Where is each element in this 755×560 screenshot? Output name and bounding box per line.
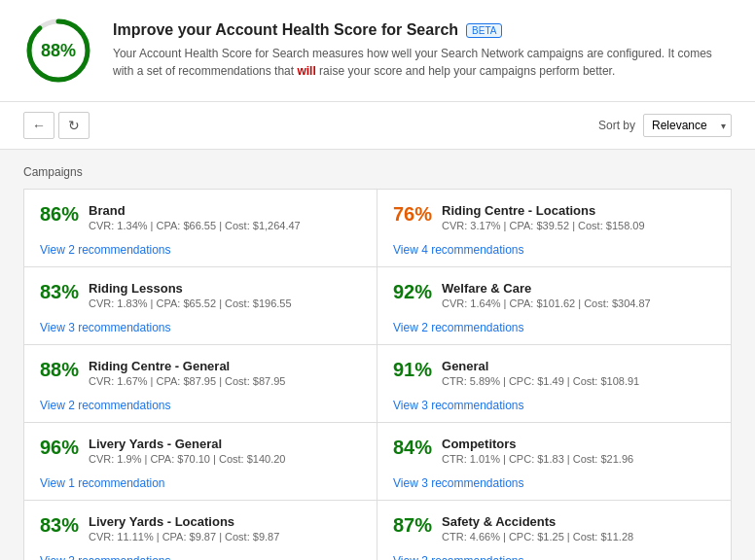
campaign-header: 83% Livery Yards - Locations CVR: 11.11%… [40, 514, 361, 542]
sort-select[interactable]: Relevance Name Score [643, 114, 732, 137]
campaign-card: 91% General CTR: 5.89% | CPC: $1.49 | Co… [378, 345, 731, 423]
campaign-stats: CVR: 3.17% | CPA: $39.52 | Cost: $158.09 [442, 220, 715, 231]
campaign-info: Riding Centre - Locations CVR: 3.17% | C… [442, 203, 715, 231]
campaign-stats: CVR: 1.64% | CPA: $101.62 | Cost: $304.8… [442, 298, 715, 309]
campaigns-grid: 86% Brand CVR: 1.34% | CPA: $66.55 | Cos… [23, 189, 732, 560]
view-recommendations-link[interactable]: View 3 recommendations [40, 554, 171, 560]
campaign-info: Brand CVR: 1.34% | CPA: $66.55 | Cost: $… [89, 203, 361, 231]
campaign-name: Safety & Accidents [442, 514, 715, 529]
refresh-button[interactable]: ↻ [58, 112, 90, 139]
toolbar: ← ↻ Sort by Relevance Name Score [0, 102, 755, 150]
campaign-score: 83% [40, 514, 79, 537]
campaign-name: Welfare & Care [442, 281, 715, 296]
view-recommendations-link[interactable]: View 3 recommendations [393, 476, 524, 490]
campaign-info: Livery Yards - General CVR: 1.9% | CPA: … [89, 437, 361, 465]
campaign-header: 87% Safety & Accidents CTR: 4.66% | CPC:… [393, 514, 715, 542]
campaign-info: Riding Lessons CVR: 1.83% | CPA: $65.52 … [89, 281, 361, 309]
campaign-score: 91% [393, 359, 432, 381]
campaign-name: General [442, 359, 715, 373]
campaign-info: Welfare & Care CVR: 1.64% | CPA: $101.62… [442, 281, 715, 309]
campaign-info: Competitors CTR: 1.01% | CPC: $1.83 | Co… [442, 437, 715, 465]
campaign-name: Riding Lessons [89, 281, 361, 296]
campaign-header: 91% General CTR: 5.89% | CPC: $1.49 | Co… [393, 359, 715, 387]
campaign-stats: CVR: 1.83% | CPA: $65.52 | Cost: $196.55 [89, 298, 361, 309]
campaign-card: 86% Brand CVR: 1.34% | CPA: $66.55 | Cos… [24, 190, 378, 267]
campaign-card: 83% Livery Yards - Locations CVR: 11.11%… [24, 501, 378, 560]
view-recommendations-link[interactable]: View 4 recommendations [393, 243, 524, 257]
view-recommendations-link[interactable]: View 3 recommendations [393, 554, 524, 560]
view-recommendations-link[interactable]: View 2 recommendations [40, 399, 171, 412]
campaign-score: 88% [40, 359, 79, 381]
campaign-score: 84% [393, 437, 432, 459]
campaign-stats: CVR: 11.11% | CPA: $9.87 | Cost: $9.87 [89, 531, 361, 542]
campaign-stats: CVR: 1.67% | CPA: $87.95 | Cost: $87.95 [89, 375, 361, 387]
campaign-card: 76% Riding Centre - Locations CVR: 3.17%… [378, 190, 731, 267]
campaign-score: 83% [40, 281, 79, 303]
campaign-stats: CVR: 1.9% | CPA: $70.10 | Cost: $140.20 [89, 453, 361, 465]
sort-label: Sort by [598, 119, 635, 132]
header-content: Improve your Account Health Score for Se… [113, 21, 732, 80]
campaign-card: 87% Safety & Accidents CTR: 4.66% | CPC:… [378, 501, 731, 560]
campaign-score: 86% [40, 203, 79, 226]
beta-badge: BETA [466, 23, 502, 38]
campaign-stats: CVR: 1.34% | CPA: $66.55 | Cost: $1,264.… [89, 220, 361, 231]
campaign-stats: CTR: 4.66% | CPC: $1.25 | Cost: $11.28 [442, 531, 715, 542]
toolbar-left: ← ↻ [23, 112, 90, 139]
page-title: Improve your Account Health Score for Se… [113, 21, 732, 39]
campaign-name: Competitors [442, 437, 715, 451]
campaign-name: Riding Centre - General [89, 359, 361, 373]
main-content: Campaigns 86% Brand CVR: 1.34% | CPA: $6… [0, 150, 755, 560]
view-recommendations-link[interactable]: View 1 recommendation [40, 476, 165, 490]
campaign-header: 84% Competitors CTR: 1.01% | CPC: $1.83 … [393, 437, 715, 465]
header-bar: 88% Improve your Account Health Score fo… [0, 0, 755, 102]
account-score: 88% [41, 41, 76, 61]
campaign-stats: CTR: 1.01% | CPC: $1.83 | Cost: $21.96 [442, 453, 715, 465]
campaign-score: 92% [393, 281, 432, 303]
campaign-header: 83% Riding Lessons CVR: 1.83% | CPA: $65… [40, 281, 361, 309]
campaign-info: General CTR: 5.89% | CPC: $1.49 | Cost: … [442, 359, 715, 387]
campaign-header: 86% Brand CVR: 1.34% | CPA: $66.55 | Cos… [40, 203, 361, 231]
campaign-name: Livery Yards - General [89, 437, 361, 451]
campaign-card: 83% Riding Lessons CVR: 1.83% | CPA: $65… [24, 267, 378, 345]
campaign-name: Riding Centre - Locations [442, 203, 715, 218]
back-button[interactable]: ← [23, 112, 54, 139]
section-label: Campaigns [23, 165, 732, 179]
campaign-header: 96% Livery Yards - General CVR: 1.9% | C… [40, 437, 361, 465]
campaign-card: 88% Riding Centre - General CVR: 1.67% |… [24, 345, 378, 423]
campaign-header: 76% Riding Centre - Locations CVR: 3.17%… [393, 203, 715, 231]
campaign-score: 76% [393, 203, 432, 226]
campaign-card: 92% Welfare & Care CVR: 1.64% | CPA: $10… [378, 267, 731, 345]
campaign-stats: CTR: 5.89% | CPC: $1.49 | Cost: $108.91 [442, 375, 715, 387]
sort-by-container: Sort by Relevance Name Score [598, 114, 732, 137]
campaign-name: Livery Yards - Locations [89, 514, 361, 529]
view-recommendations-link[interactable]: View 3 recommendations [40, 321, 171, 334]
view-recommendations-link[interactable]: View 2 recommendations [393, 321, 524, 334]
campaign-header: 88% Riding Centre - General CVR: 1.67% |… [40, 359, 361, 387]
campaign-info: Livery Yards - Locations CVR: 11.11% | C… [89, 514, 361, 542]
sort-select-wrapper: Relevance Name Score [643, 114, 732, 137]
campaign-card: 96% Livery Yards - General CVR: 1.9% | C… [24, 423, 378, 501]
campaign-name: Brand [89, 203, 361, 218]
score-circle: 88% [23, 16, 93, 86]
campaign-info: Riding Centre - General CVR: 1.67% | CPA… [89, 359, 361, 387]
campaign-card: 84% Competitors CTR: 1.01% | CPC: $1.83 … [378, 423, 731, 501]
campaign-header: 92% Welfare & Care CVR: 1.64% | CPA: $10… [393, 281, 715, 309]
campaign-score: 96% [40, 437, 79, 459]
header-description: Your Account Health Score for Search mea… [113, 45, 732, 80]
campaign-info: Safety & Accidents CTR: 4.66% | CPC: $1.… [442, 514, 715, 542]
campaign-score: 87% [393, 514, 432, 537]
view-recommendations-link[interactable]: View 3 recommendations [393, 399, 524, 412]
view-recommendations-link[interactable]: View 2 recommendations [40, 243, 171, 257]
